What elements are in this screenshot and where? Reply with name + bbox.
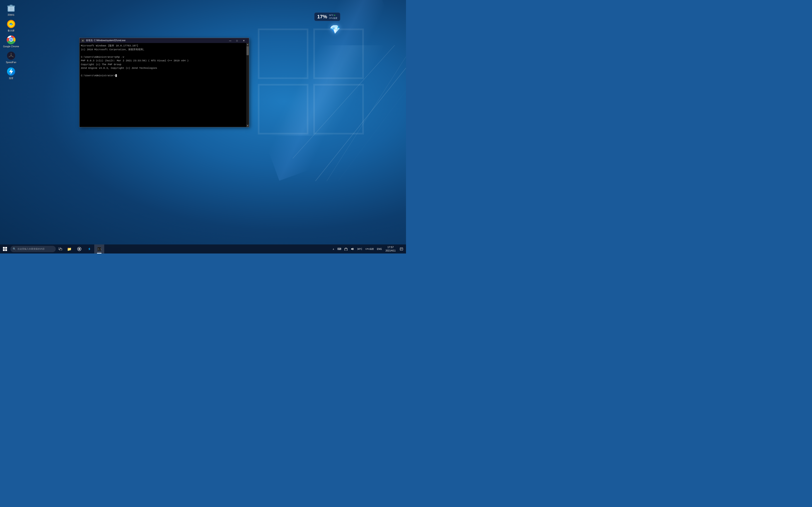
tray-cpu-label: CPU温度 [364,244,375,253]
cortana-icon [77,247,81,251]
cmd-line-3 [81,51,245,55]
svg-line-5 [327,57,406,181]
cpu-details: 34°C ● CPU温度 [329,14,337,20]
chevron-up-icon: ∧ [333,248,334,250]
ludashi-icon: 🐟 [7,19,16,29]
svg-line-4 [315,68,406,181]
tray-cpu-text: CPU温度 [365,247,374,250]
recycle-bin-label: 回收站 [8,13,14,16]
svg-point-23 [10,39,12,41]
desktop-icon-ludashi[interactable]: 🐟 鲁大师 [1,18,21,34]
task-view-icon [58,247,62,250]
cmd-titlebar: ■ 管理员: C:\Windows\system32\cmd.exe — □ ✕ [80,38,249,43]
cmd-window[interactable]: ■ 管理员: C:\Windows\system32\cmd.exe — □ ✕… [79,38,249,127]
desktop-icon-chrome[interactable]: Google Chrome [1,34,21,49]
cmd-window-controls: — □ ✕ [227,38,247,43]
desktop: 回收站 🐟 鲁大师 [0,0,406,253]
svg-rect-29 [5,247,7,249]
cmd-maximize-button[interactable]: □ [234,38,240,43]
svg-rect-28 [3,247,5,249]
search-icon: 🔍 [13,247,16,250]
svg-rect-31 [5,249,7,251]
tray-cpu-temp[interactable]: 34°C [356,244,363,253]
cmd-line-9: C:\Users\Administrator> [81,74,245,78]
cmd-taskbar-icon: C:\ [97,247,101,251]
svg-marker-43 [351,248,353,250]
taskbar-app-explorer[interactable]: 📁 [64,244,74,253]
cmd-scroll-thumb[interactable] [247,46,249,55]
svg-rect-44 [400,247,403,250]
desktop-icon-speedfan[interactable]: SpeedFan [1,50,21,65]
language-label: ENG [377,248,382,250]
cpu-widget: 17% 34°C ● CPU温度 [314,12,340,21]
chrome-icon [7,35,16,44]
tray-language[interactable]: ENG [376,244,383,253]
cmd-scroll-down[interactable]: ▼ [246,124,249,127]
tray-clock[interactable]: 17:57 2021/4/11 [384,244,398,253]
taskbar-app-xunlei[interactable] [84,244,94,253]
cmd-scroll-up[interactable]: ▲ [246,43,249,46]
desktop-icon-recycle-bin[interactable]: 回收站 [1,2,21,18]
tray-date: 2021/4/11 [386,249,396,252]
xunlei-label: 迅雷 [9,77,13,80]
svg-rect-11 [10,5,12,6]
tray-network[interactable] [343,244,349,253]
network-icon [344,247,348,250]
svg-rect-30 [3,249,5,251]
taskbar-app-cmd[interactable]: C:\ [94,244,104,253]
keyboard-icon: ⌨ [337,247,341,250]
cmd-line-6: Copyright (c) The PHP Group [81,63,245,66]
bg-light-rays [247,0,406,181]
cmd-icon-small: ■ [81,39,85,42]
taskbar: 🔍 在这里输入你要搜索的内容 📁 [0,244,406,253]
svg-point-26 [11,55,11,56]
xunlei-taskbar-icon [87,247,91,251]
cmd-title: 管理员: C:\Windows\system32\cmd.exe [86,39,125,42]
chrome-label: Google Chrome [3,45,19,48]
cmd-line-1: Microsoft Windows [版本 10.0.17763.107] [81,44,245,48]
tray-keyboard[interactable]: ⌨ [336,244,343,253]
taskbar-start-button[interactable] [0,244,10,253]
desktop-icons-container: 回收站 🐟 鲁大师 [0,0,23,83]
cmd-line-8 [81,70,245,74]
tray-temp-value: 34°C [357,248,362,250]
tray-notification-center[interactable] [398,244,405,253]
cmd-line-5: PHP 8.0.3 (cli) (built: Mar 2 2021 23:33… [81,59,245,63]
ludashi-label: 鲁大师 [8,30,14,32]
speedfan-icon [7,51,16,60]
svg-text:C:\: C:\ [98,248,101,250]
cmd-line-4: C:\Users\Administrator>php -v [81,55,245,59]
crystal-bird-icon: 💎 [329,24,340,35]
cpu-temp: 34°C ● [329,14,337,16]
explorer-icon: 📁 [67,247,71,251]
svg-point-35 [79,248,80,250]
cmd-minimize-button[interactable]: — [227,38,234,43]
recycle-bin-icon [7,4,16,13]
taskbar-tray: ∧ ⌨ [331,244,406,253]
cpu-label: CPU温度 [329,17,337,20]
tray-volume[interactable] [349,244,355,253]
windows-logo-icon [3,247,7,251]
svg-text:🐟: 🐟 [9,22,13,26]
tray-show-hidden[interactable]: ∧ [331,244,336,253]
svg-line-6 [293,45,395,159]
speedfan-label: SpeedFan [6,61,16,64]
cmd-title-left: ■ 管理员: C:\Windows\system32\cmd.exe [81,39,125,42]
cmd-close-button[interactable]: ✕ [240,38,247,43]
cmd-scrollbar[interactable]: ▲ ▼ [246,43,249,127]
notification-icon [400,247,403,250]
taskbar-search[interactable]: 🔍 在这里输入你要搜索的内容 [10,246,56,252]
volume-icon [351,247,354,250]
svg-rect-10 [7,6,15,7]
cmd-content-area: Microsoft Windows [版本 10.0.17763.107] (c… [80,43,249,127]
taskbar-app-cortana[interactable] [74,244,84,253]
svg-rect-38 [345,249,347,250]
desktop-icon-xunlei[interactable]: 迅雷 [1,66,21,81]
cmd-content[interactable]: Microsoft Windows [版本 10.0.17763.107] (c… [80,43,246,127]
cmd-line-2: (c) 2018 Microsoft Corporation。保留所有权利。 [81,48,245,52]
svg-rect-33 [60,248,62,250]
taskbar-task-view[interactable] [56,244,64,253]
taskbar-pinned-apps: 📁 C:\ [64,244,104,253]
search-placeholder: 在这里输入你要搜索的内容 [17,247,45,250]
cmd-line-7: Zend Engine v4.0.3, Copyright (c) Zend T… [81,66,245,70]
